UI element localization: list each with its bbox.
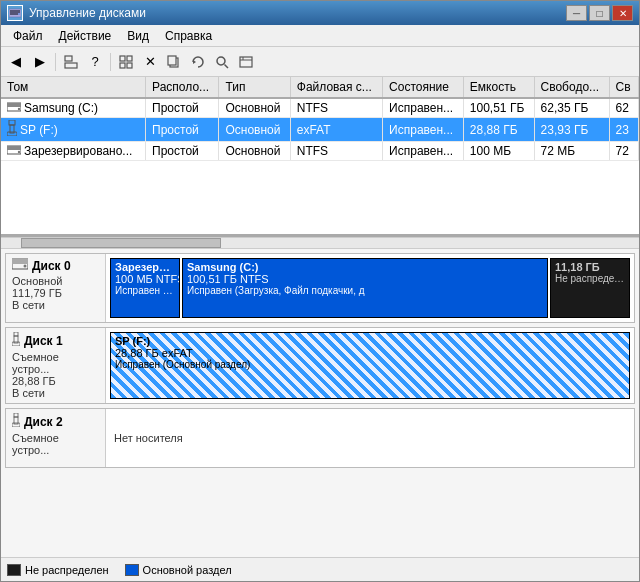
svg-marker-11 — [193, 60, 196, 64]
svg-line-13 — [225, 64, 229, 68]
svg-rect-7 — [120, 63, 125, 68]
svg-rect-8 — [127, 63, 132, 68]
partition-unallocated[interactable]: 11,18 ГБ Не распределен — [550, 258, 630, 318]
col-status: Состояние — [383, 77, 464, 98]
cell-name: Зарезервировано... — [1, 142, 146, 161]
disk-size-disk0: 111,79 ГБ — [12, 287, 99, 299]
tb-sep-1 — [55, 53, 56, 71]
main-content: Том Располо... Тип Файловая с... Состоян… — [1, 77, 639, 581]
partition-main[interactable]: Samsung (C:) 100,51 ГБ NTFS Исправен (За… — [182, 258, 548, 318]
disk-row-disk0[interactable]: Диск 0 Основной 111,79 ГБ В сети Зарезер… — [5, 253, 635, 323]
window-controls: ─ □ ✕ — [566, 5, 633, 21]
main-window: Управление дисками ─ □ ✕ Файл Действие В… — [0, 0, 640, 582]
svg-point-19 — [18, 108, 20, 110]
legend-box-primary — [125, 564, 139, 576]
cell-free2: 23 — [609, 118, 638, 142]
cell-free2: 72 — [609, 142, 638, 161]
disk-number-disk1: Диск 1 — [12, 332, 99, 349]
disk-type-disk1: Съемное устро... — [12, 351, 99, 375]
disk-map-pane[interactable]: Диск 0 Основной 111,79 ГБ В сети Зарезер… — [1, 249, 639, 557]
disk-status-disk0: В сети — [12, 299, 99, 311]
svg-rect-14 — [240, 57, 252, 67]
cell-fs: NTFS — [290, 142, 382, 161]
usb-icon — [12, 332, 20, 349]
svg-point-25 — [18, 151, 20, 153]
title-bar: Управление дисками ─ □ ✕ — [1, 1, 639, 25]
cell-location: Простой — [146, 98, 219, 118]
search-button[interactable] — [211, 51, 233, 73]
usb-icon — [12, 413, 20, 430]
menu-view[interactable]: Вид — [119, 27, 157, 45]
show-button[interactable] — [115, 51, 137, 73]
disk-status-disk1: В сети — [12, 387, 99, 399]
legend-unallocated: Не распределен — [7, 564, 109, 576]
cell-fs: exFAT — [290, 118, 382, 142]
svg-rect-20 — [9, 120, 15, 125]
menu-help[interactable]: Справка — [157, 27, 220, 45]
cell-free: 72 МБ — [534, 142, 609, 161]
close-button[interactable]: ✕ — [612, 5, 633, 21]
svg-rect-24 — [7, 146, 21, 150]
partition-info: Исправен (Основной раздел) — [115, 359, 625, 370]
svg-rect-4 — [65, 56, 72, 61]
svg-rect-32 — [14, 413, 18, 417]
partition-info: Не распределен — [555, 273, 625, 284]
partition-info: Исправен (Си... — [115, 285, 175, 296]
up-button[interactable] — [60, 51, 82, 73]
legend-label-primary: Основной раздел — [143, 564, 232, 576]
cell-free: 62,35 ГБ — [534, 98, 609, 118]
partition-size: 28,88 ГБ exFAT — [115, 347, 625, 359]
partition-info: Исправен (Загрузка, Файл подкачки, д — [187, 285, 543, 296]
col-type: Тип — [219, 77, 290, 98]
partition-name: Зарезервиро... — [115, 261, 175, 273]
col-capacity: Емкость — [463, 77, 534, 98]
scrollbar-thumb[interactable] — [21, 238, 221, 248]
partition-reserved[interactable]: Зарезервиро... 100 МБ NTFS Исправен (Си.… — [110, 258, 180, 318]
col-free2: Св — [609, 77, 638, 98]
help-button[interactable]: ? — [84, 51, 106, 73]
volume-table-pane[interactable]: Том Располо... Тип Файловая с... Состоян… — [1, 77, 639, 237]
legend-box-unallocated — [7, 564, 21, 576]
hdd-icon — [7, 144, 21, 158]
delete-button[interactable]: ✕ — [139, 51, 161, 73]
svg-rect-10 — [168, 56, 176, 65]
refresh-button[interactable] — [187, 51, 209, 73]
svg-point-2 — [18, 13, 20, 15]
cell-type: Основной — [219, 142, 290, 161]
partition-size: 100,51 ГБ NTFS — [187, 273, 543, 285]
table-row[interactable]: SP (F:) Простой Основной exFAT Исправен.… — [1, 118, 639, 142]
partition-fat-striped[interactable]: SP (F:) 28,88 ГБ exFAT Исправен (Основно… — [110, 332, 630, 399]
cell-status: Исправен... — [383, 118, 464, 142]
cell-capacity: 28,88 ГБ — [463, 118, 534, 142]
disk-partitions-disk0: Зарезервиро... 100 МБ NTFS Исправен (Си.… — [106, 254, 634, 322]
disk-type-disk2: Съемное устро... — [12, 432, 99, 456]
tb-sep-2 — [110, 53, 111, 71]
volume-table: Том Располо... Тип Файловая с... Состоян… — [1, 77, 639, 161]
col-location: Располо... — [146, 77, 219, 98]
disk-row-disk2[interactable]: Диск 2 Съемное устро... Нет носителя — [5, 408, 635, 468]
app-icon — [7, 5, 23, 21]
table-body: Samsung (C:) Простой Основной NTFS Испра… — [1, 98, 639, 161]
cell-name: Samsung (C:) — [1, 98, 146, 118]
horizontal-scrollbar[interactable] — [1, 237, 639, 249]
minimize-button[interactable]: ─ — [566, 5, 587, 21]
header-row: Том Располо... Тип Файловая с... Состоян… — [1, 77, 639, 98]
table-row[interactable]: Зарезервировано... Простой Основной NTFS… — [1, 142, 639, 161]
legend-primary: Основной раздел — [125, 564, 232, 576]
disk-number-disk2: Диск 2 — [12, 413, 99, 430]
menu-action[interactable]: Действие — [51, 27, 120, 45]
maximize-button[interactable]: □ — [589, 5, 610, 21]
svg-rect-29 — [14, 332, 18, 336]
cell-status: Исправен... — [383, 142, 464, 161]
usb-icon — [7, 120, 17, 139]
disk-row-disk1[interactable]: Диск 1 Съемное устро... 28,88 ГБ В сети … — [5, 327, 635, 404]
back-button[interactable]: ◀ — [5, 51, 27, 73]
menu-file[interactable]: Файл — [5, 27, 51, 45]
table-row[interactable]: Samsung (C:) Простой Основной NTFS Испра… — [1, 98, 639, 118]
partition-size: 100 МБ NTFS — [115, 273, 175, 285]
cell-free2: 62 — [609, 98, 638, 118]
forward-button[interactable]: ▶ — [29, 51, 51, 73]
copy-button[interactable] — [163, 51, 185, 73]
toolbar: ◀ ▶ ? ✕ — [1, 47, 639, 77]
properties-button[interactable] — [235, 51, 257, 73]
